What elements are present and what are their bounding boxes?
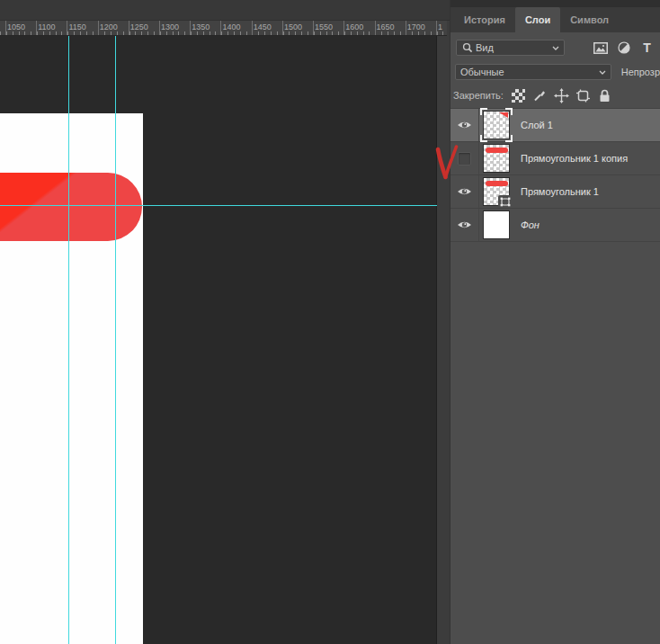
selection-bracket: [480, 108, 487, 115]
ruler-label: 1150: [68, 22, 85, 31]
red-rounded-rectangle-shape: [0, 173, 142, 241]
lock-label: Закрепить:: [453, 90, 504, 101]
lock-row: Закрепить:: [453, 86, 660, 104]
viewport[interactable]: [0, 36, 450, 644]
lock-all-button[interactable]: [597, 88, 612, 103]
ruler-label: 1300: [161, 22, 179, 31]
layers-list: Слой 1 Прямоугольник 1 копия: [450, 108, 660, 242]
lock-artboard-button[interactable]: [575, 88, 591, 103]
pixel-layers-filter-icon[interactable]: [593, 40, 608, 55]
ruler-label: 1600: [345, 22, 363, 31]
ruler-major-tick: [406, 21, 406, 36]
layer-name[interactable]: Прямоугольник 1 копия: [521, 153, 628, 164]
guide-horizontal[interactable]: [0, 205, 437, 206]
ruler-label: 1450: [254, 22, 272, 31]
layers-panel: История Слои Символ Вид: [450, 0, 660, 644]
ruler-major-tick: [343, 21, 344, 36]
ruler-label: 1100: [38, 22, 55, 31]
layer-thumbnail[interactable]: [484, 178, 509, 205]
layer-row-layer1[interactable]: Слой 1: [450, 109, 660, 142]
panel-top-strip: [450, 0, 660, 7]
blend-mode-value: Обычные: [460, 67, 504, 77]
type-layers-filter-icon[interactable]: T: [639, 40, 655, 55]
ruler-major-tick: [313, 21, 314, 36]
eye-icon: [457, 219, 472, 230]
photoshop-window: 1050110011501200125013001350140014501500…: [0, 0, 660, 644]
panel-tabbar: История Слои Символ: [450, 7, 660, 32]
top-ruler[interactable]: 1050110011501200125013001350140014501500…: [0, 21, 447, 36]
ruler-label: 1350: [192, 22, 210, 31]
ruler-major-tick: [5, 21, 6, 36]
layer-thumbnail[interactable]: [484, 211, 509, 238]
lock-icon: [599, 89, 611, 103]
selection-bracket: [480, 135, 487, 142]
thumbnail-red-bar: [486, 148, 508, 153]
document-canvas[interactable]: [0, 113, 143, 644]
guide-vertical[interactable]: [115, 36, 116, 644]
ruler-major-tick: [436, 21, 437, 36]
lock-image-pixels-button[interactable]: [532, 88, 548, 103]
layer-filter-row: Вид T: [456, 40, 656, 56]
visibility-toggle[interactable]: [450, 209, 479, 241]
lock-transparent-pixels-button[interactable]: [511, 88, 526, 103]
artboard-icon: [575, 89, 591, 103]
red-v-annotation-mark: [433, 141, 460, 182]
ruler-major-tick: [36, 21, 37, 36]
ruler-major-tick: [159, 21, 160, 36]
layer-name[interactable]: Слой 1: [521, 120, 553, 130]
thumbnail-red-bar: [486, 181, 508, 186]
layer-row-rect1-copy[interactable]: Прямоугольник 1 копия: [450, 142, 660, 175]
ruler-major-tick: [67, 21, 67, 36]
guide-vertical[interactable]: [68, 36, 69, 644]
ruler-label: 1550: [315, 22, 333, 31]
layer-name[interactable]: Фон: [521, 219, 540, 230]
layer-thumbnail[interactable]: [484, 112, 509, 139]
layer-row-rect1[interactable]: Прямоугольник 1: [450, 175, 660, 209]
shape-layer-badge-icon: [498, 195, 512, 208]
filter-type-buttons: T: [593, 40, 656, 55]
ruler-label: 1500: [284, 22, 302, 31]
tool-options-strip: [0, 0, 450, 21]
layers-panel-body: Вид T Обычные: [450, 32, 660, 242]
ruler-label: 1700: [407, 22, 425, 31]
filter-kind-select[interactable]: Вид: [456, 40, 565, 56]
ruler-major-tick: [190, 21, 191, 36]
ruler-label: 1050: [7, 22, 25, 31]
brush-icon: [532, 88, 547, 103]
ruler-major-tick: [282, 21, 283, 36]
layer-row-background[interactable]: Фон: [450, 209, 660, 242]
eye-icon: [457, 186, 472, 197]
blend-mode-select[interactable]: Обычные: [455, 64, 611, 80]
lock-position-button[interactable]: [554, 88, 569, 103]
eye-icon: [457, 120, 472, 130]
visibility-toggle[interactable]: [450, 109, 479, 141]
move-icon: [554, 88, 569, 103]
opacity-label: Непрозр: [621, 67, 660, 77]
selection-bracket: [505, 135, 513, 142]
blend-mode-row: Обычные Непрозр: [455, 64, 660, 80]
ruler-label: 1250: [130, 22, 148, 31]
checkerboard-icon: [512, 89, 525, 103]
ruler-major-tick: [129, 21, 129, 36]
ruler-major-tick: [375, 21, 376, 36]
selection-bracket: [505, 108, 513, 115]
ruler-major-tick: [98, 21, 99, 36]
ruler-label: 1: [438, 22, 442, 31]
ruler-label: 1200: [100, 22, 118, 31]
ruler-label: 1400: [222, 22, 240, 31]
ruler-major-tick: [252, 21, 253, 36]
ruler-label: 1650: [377, 22, 395, 31]
ruler-major-tick: [220, 21, 221, 36]
tab-layers[interactable]: Слои: [515, 7, 560, 32]
tab-history[interactable]: История: [454, 7, 515, 32]
filter-kind-value: Вид: [476, 42, 494, 53]
chevron-down-icon: [599, 70, 606, 75]
layer-name[interactable]: Прямоугольник 1: [521, 186, 599, 197]
chevron-down-icon: [552, 46, 559, 50]
adjustment-layers-filter-icon[interactable]: [616, 40, 631, 55]
canvas-area: 1050110011501200125013001350140014501500…: [0, 0, 450, 644]
search-icon: [461, 42, 473, 54]
layer-thumbnail[interactable]: [484, 145, 509, 172]
tab-glyphs[interactable]: Символ: [560, 7, 619, 32]
